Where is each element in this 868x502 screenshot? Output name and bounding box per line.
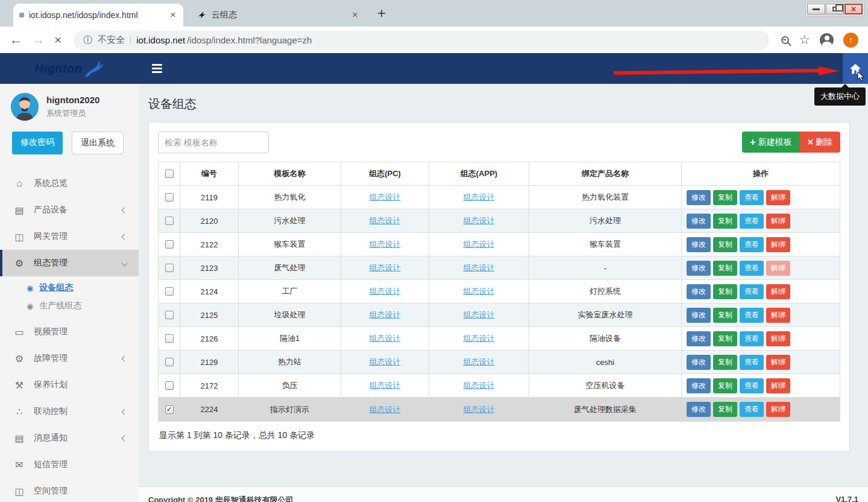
change-password-button[interactable]: 修改密码 bbox=[12, 132, 63, 154]
view-button[interactable]: 查看 bbox=[740, 237, 764, 252]
app-design-link[interactable]: 组态设计 bbox=[464, 239, 495, 250]
sidebar-item-gateway[interactable]: ◫网关管理 bbox=[0, 223, 139, 250]
browser-update-icon[interactable]: ↑ bbox=[843, 33, 858, 48]
row-checkbox[interactable] bbox=[165, 381, 174, 390]
unbind-button[interactable]: 解绑 bbox=[766, 378, 790, 393]
select-all-checkbox[interactable] bbox=[165, 170, 174, 178]
view-button[interactable]: 查看 bbox=[740, 355, 764, 370]
hamburger-menu-icon[interactable] bbox=[148, 60, 166, 77]
stop-icon[interactable]: × bbox=[54, 34, 61, 46]
app-design-link[interactable]: 组态设计 bbox=[464, 192, 495, 203]
unbind-button[interactable]: 解绑 bbox=[766, 402, 790, 417]
sidebar-item-maintenance[interactable]: ⚒保养计划 bbox=[0, 372, 139, 398]
app-design-link[interactable]: 组态设计 bbox=[464, 310, 495, 320]
view-button[interactable]: 查看 bbox=[740, 378, 764, 393]
pc-design-link[interactable]: 组态设计 bbox=[370, 404, 401, 415]
copy-button[interactable]: 复制 bbox=[713, 355, 737, 370]
row-checkbox[interactable] bbox=[165, 287, 174, 296]
edit-button[interactable]: 修改 bbox=[687, 331, 711, 346]
copy-button[interactable]: 复制 bbox=[713, 237, 737, 252]
pc-design-link[interactable]: 组态设计 bbox=[370, 239, 401, 250]
copy-button[interactable]: 复制 bbox=[713, 261, 737, 276]
unbind-button[interactable]: 解绑 bbox=[766, 355, 790, 370]
view-button[interactable]: 查看 bbox=[740, 331, 764, 346]
row-checkbox[interactable] bbox=[165, 264, 174, 272]
pc-design-link[interactable]: 组态设计 bbox=[370, 380, 401, 391]
view-button[interactable]: 查看 bbox=[740, 308, 764, 323]
new-tab-button[interactable]: + bbox=[377, 6, 386, 21]
row-checkbox[interactable] bbox=[165, 334, 174, 343]
edit-button[interactable]: 修改 bbox=[687, 378, 711, 393]
copy-button[interactable]: 复制 bbox=[713, 402, 737, 417]
logout-button[interactable]: 退出系统 bbox=[72, 132, 124, 154]
view-button[interactable]: 查看 bbox=[740, 261, 764, 276]
pc-design-link[interactable]: 组态设计 bbox=[370, 215, 401, 226]
profile-avatar-icon[interactable] bbox=[820, 33, 834, 47]
row-checkbox[interactable] bbox=[165, 311, 174, 319]
pc-design-link[interactable]: 组态设计 bbox=[370, 192, 401, 203]
edit-button[interactable]: 修改 bbox=[687, 214, 711, 229]
row-checkbox[interactable] bbox=[165, 193, 174, 202]
zoom-icon[interactable] bbox=[781, 36, 789, 44]
unbind-button[interactable]: 解绑 bbox=[766, 190, 790, 205]
pc-design-link[interactable]: 组态设计 bbox=[370, 310, 401, 320]
edit-button[interactable]: 修改 bbox=[687, 355, 711, 370]
edit-button[interactable]: 修改 bbox=[687, 261, 711, 276]
sidebar-subitem-line-config[interactable]: ◉生产线组态 bbox=[0, 297, 139, 315]
copy-button[interactable]: 复制 bbox=[713, 190, 737, 205]
sidebar-item-sms[interactable]: ✉短信管理 bbox=[0, 451, 139, 478]
app-design-link[interactable]: 组态设计 bbox=[464, 215, 495, 226]
row-checkbox[interactable] bbox=[165, 217, 174, 225]
sidebar-item-product-device[interactable]: ▤产品设备 bbox=[0, 197, 139, 223]
unbind-button[interactable]: 解绑 bbox=[766, 331, 790, 346]
row-checkbox[interactable] bbox=[165, 358, 174, 366]
app-design-link[interactable]: 组态设计 bbox=[464, 357, 495, 367]
row-checkbox[interactable] bbox=[165, 240, 174, 249]
browser-tab-current[interactable]: iot.idosp.net/idosp/index.html × bbox=[13, 4, 183, 27]
pc-design-link[interactable]: 组态设计 bbox=[370, 333, 401, 344]
app-design-link[interactable]: 组态设计 bbox=[464, 286, 495, 297]
copy-button[interactable]: 复制 bbox=[713, 331, 737, 346]
tab-close-icon[interactable]: × bbox=[169, 9, 177, 21]
back-icon[interactable]: ← bbox=[10, 34, 22, 46]
url-field[interactable]: ⓘ 不安全 iot.idosp.net/idosp/index.html?lan… bbox=[74, 30, 769, 50]
pc-design-link[interactable]: 组态设计 bbox=[370, 262, 401, 273]
copy-button[interactable]: 复制 bbox=[713, 214, 737, 229]
search-input[interactable] bbox=[158, 132, 269, 153]
view-button[interactable]: 查看 bbox=[740, 214, 764, 229]
pc-design-link[interactable]: 组态设计 bbox=[370, 286, 401, 297]
bookmark-star-icon[interactable]: ☆ bbox=[799, 34, 810, 46]
view-button[interactable]: 查看 bbox=[740, 284, 764, 299]
forward-icon[interactable]: → bbox=[32, 34, 45, 46]
browser-tab-cloud-config[interactable]: 云组态 × bbox=[192, 4, 365, 27]
sidebar-item-system-overview[interactable]: ⌂系统总览 bbox=[0, 170, 139, 197]
unbind-button[interactable]: 解绑 bbox=[766, 284, 790, 299]
sidebar-item-configuration[interactable]: ⚙组态管理 bbox=[0, 250, 139, 276]
copy-button[interactable]: 复制 bbox=[713, 284, 737, 299]
edit-button[interactable]: 修改 bbox=[687, 190, 711, 205]
view-button[interactable]: 查看 bbox=[740, 190, 764, 205]
app-design-link[interactable]: 组态设计 bbox=[464, 404, 495, 415]
new-template-button[interactable]: +新建模板 bbox=[742, 132, 799, 153]
sidebar-item-fault[interactable]: ⚙故障管理 bbox=[0, 345, 139, 372]
minimize-button[interactable] bbox=[807, 4, 825, 14]
edit-button[interactable]: 修改 bbox=[687, 402, 711, 417]
copy-button[interactable]: 复制 bbox=[713, 308, 737, 323]
app-design-link[interactable]: 组态设计 bbox=[464, 262, 495, 273]
tab-close-icon[interactable]: × bbox=[351, 9, 359, 21]
sidebar-item-video[interactable]: ▭视频管理 bbox=[0, 319, 139, 345]
sidebar-item-message[interactable]: ▤消息通知 bbox=[0, 425, 139, 451]
unbind-button[interactable]: 解绑 bbox=[766, 237, 790, 252]
edit-button[interactable]: 修改 bbox=[687, 308, 711, 323]
row-checkbox[interactable]: ✓ bbox=[165, 405, 174, 414]
unbind-button[interactable]: 解绑 bbox=[766, 214, 790, 229]
pc-design-link[interactable]: 组态设计 bbox=[370, 357, 401, 367]
edit-button[interactable]: 修改 bbox=[687, 237, 711, 252]
copy-button[interactable]: 复制 bbox=[713, 378, 737, 393]
sidebar-item-linkage[interactable]: ∴联动控制 bbox=[0, 398, 139, 425]
delete-button[interactable]: ×删除 bbox=[800, 132, 840, 153]
edit-button[interactable]: 修改 bbox=[687, 284, 711, 299]
app-design-link[interactable]: 组态设计 bbox=[464, 333, 495, 344]
restore-button[interactable] bbox=[826, 4, 844, 14]
sidebar-subitem-device-config[interactable]: ◉设备组态 bbox=[0, 279, 139, 297]
